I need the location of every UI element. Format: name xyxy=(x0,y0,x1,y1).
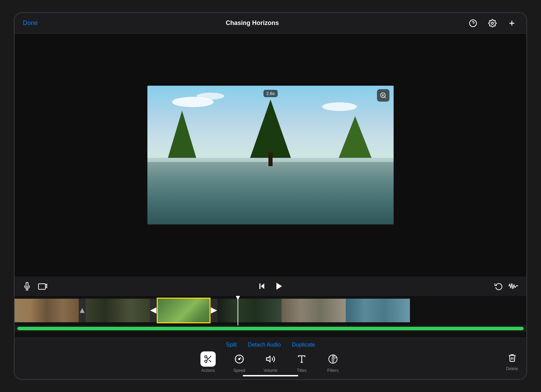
svg-marker-15 xyxy=(80,308,85,313)
bottom-toolbar: Split Detach Audio Duplicate Actions xyxy=(15,338,526,379)
svg-marker-24 xyxy=(266,356,270,361)
home-indicator xyxy=(243,375,298,376)
scene-cloud xyxy=(322,102,357,111)
tool-actions-label: Actions xyxy=(201,368,215,373)
svg-point-18 xyxy=(205,356,207,358)
speedometer-icon xyxy=(232,351,247,367)
delete-label: Delete xyxy=(506,366,518,371)
settings-button[interactable] xyxy=(486,17,499,29)
clip-2[interactable] xyxy=(86,299,150,322)
svg-marker-16 xyxy=(150,307,156,314)
playhead xyxy=(238,296,238,325)
timeline-track xyxy=(15,296,526,325)
svg-line-6 xyxy=(385,97,386,98)
scene-cloud xyxy=(197,93,224,100)
controls-bar xyxy=(15,276,526,296)
done-button[interactable]: Done xyxy=(23,19,38,27)
preview-area: 2.6s xyxy=(15,34,526,276)
tool-titles-label: Titles xyxy=(297,368,307,373)
scissors-icon xyxy=(200,351,216,367)
tool-filters-label: Filters xyxy=(327,368,339,373)
camera-button[interactable] xyxy=(38,282,47,290)
svg-rect-13 xyxy=(259,283,260,289)
svg-point-23 xyxy=(239,358,240,360)
audio-bar xyxy=(17,327,524,330)
scene-person xyxy=(268,152,273,166)
video-preview: 2.6s xyxy=(147,86,394,224)
svg-line-21 xyxy=(209,360,211,362)
tool-speed[interactable]: Speed xyxy=(224,349,255,375)
context-actions: Split Detach Audio Duplicate xyxy=(226,338,315,349)
clip-1[interactable] xyxy=(15,299,79,322)
clip-6[interactable] xyxy=(282,299,346,322)
clip-7[interactable] xyxy=(346,299,410,322)
top-bar-center: Chasing Horizons xyxy=(226,19,279,27)
add-button[interactable] xyxy=(506,17,518,29)
svg-rect-11 xyxy=(38,284,45,289)
project-title: Chasing Horizons xyxy=(226,19,279,26)
duplicate-button[interactable]: Duplicate xyxy=(292,342,315,348)
time-badge: 2.6s xyxy=(264,90,278,97)
volume-icon xyxy=(263,351,278,367)
skip-back-button[interactable] xyxy=(258,282,266,290)
svg-point-2 xyxy=(491,22,493,24)
controls-center xyxy=(258,281,284,291)
clip-selected[interactable] xyxy=(157,298,211,323)
top-bar-right xyxy=(467,17,518,29)
device-frame: Done Chasing Horizons xyxy=(14,12,527,380)
mic-button[interactable] xyxy=(23,282,31,290)
tool-filters[interactable]: Filters xyxy=(317,349,349,375)
delete-button[interactable]: Delete xyxy=(506,353,518,371)
tool-actions[interactable]: Actions xyxy=(192,349,224,375)
transition-1[interactable] xyxy=(79,299,86,322)
audio-track xyxy=(15,325,526,332)
controls-right xyxy=(495,282,518,290)
controls-left xyxy=(23,282,47,290)
svg-line-22 xyxy=(207,357,208,359)
svg-marker-17 xyxy=(211,307,217,314)
titles-icon xyxy=(294,351,309,367)
help-button[interactable] xyxy=(467,17,479,29)
tool-titles[interactable]: Titles xyxy=(286,349,317,375)
top-bar-left: Done xyxy=(23,19,38,27)
tool-speed-label: Speed xyxy=(233,368,246,373)
svg-marker-12 xyxy=(261,283,264,289)
clip-5[interactable] xyxy=(217,299,282,322)
waveform-button[interactable] xyxy=(508,282,518,290)
transition-2[interactable] xyxy=(150,299,157,322)
svg-marker-14 xyxy=(276,283,282,290)
zoom-button[interactable] xyxy=(377,89,389,102)
detach-audio-button[interactable]: Detach Audio xyxy=(248,342,281,348)
clip-strip xyxy=(15,299,410,322)
tool-volume[interactable]: Volume xyxy=(255,349,286,375)
svg-point-19 xyxy=(205,360,207,363)
scene-water-reflection xyxy=(147,162,394,224)
tool-volume-label: Volume xyxy=(264,368,277,373)
play-button[interactable] xyxy=(274,281,284,291)
filters-icon xyxy=(325,351,341,367)
undo-button[interactable] xyxy=(495,282,503,290)
timeline-area xyxy=(15,296,526,338)
split-button[interactable]: Split xyxy=(226,342,237,348)
trash-icon xyxy=(508,353,517,365)
svg-point-28 xyxy=(334,356,336,358)
top-bar: Done Chasing Horizons xyxy=(15,13,526,34)
tool-icons-row: Actions Speed xyxy=(15,349,526,375)
transition-3[interactable] xyxy=(211,299,217,322)
